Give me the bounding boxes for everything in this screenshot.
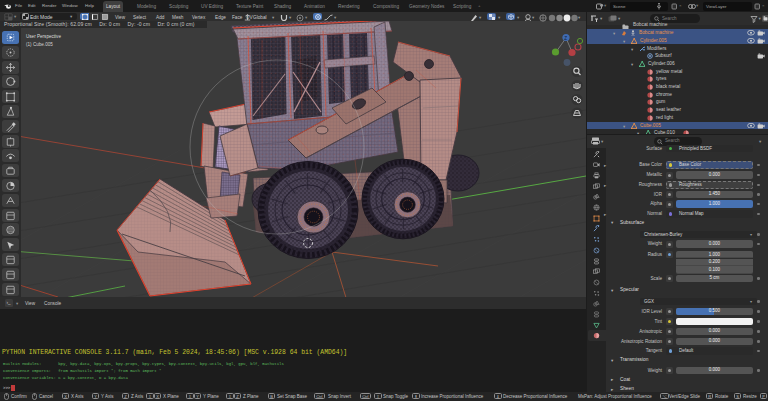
svg-text:Z: Z — [564, 36, 567, 41]
